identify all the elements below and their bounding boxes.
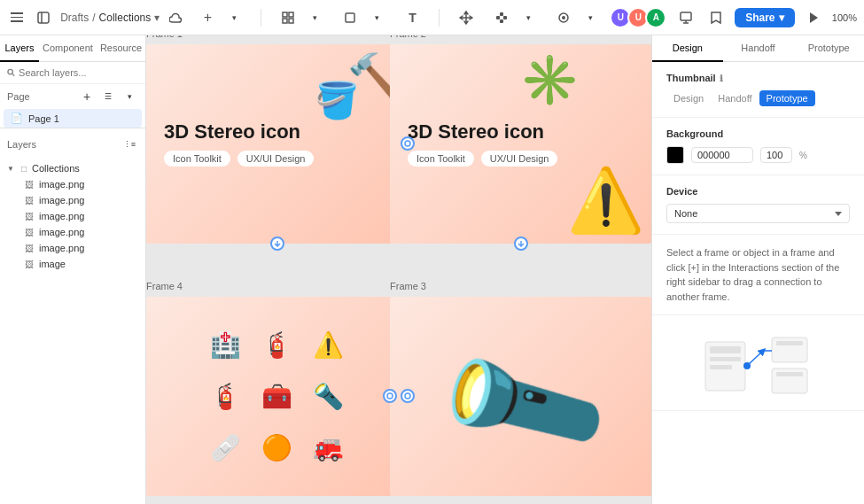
thumbnail-tabs: Design Handoff Prototype <box>666 90 850 106</box>
right-tab-prototype[interactable]: Prototype <box>793 35 864 61</box>
layer-item-label-2: image.png <box>39 195 84 205</box>
search-input[interactable] <box>19 67 138 78</box>
connector-right-4[interactable] <box>401 389 415 403</box>
layer-item-1[interactable]: 🖼 image.png <box>0 176 145 192</box>
layer-item-label-5: image.png <box>39 243 84 253</box>
thumb-tab-design[interactable]: Design <box>666 90 711 106</box>
add-dropdown[interactable]: ▾ <box>222 5 246 30</box>
menu-icon[interactable] <box>7 9 27 26</box>
frame4[interactable]: 🏥 🧯 ⚠️ 🧯 🧰 🔦 🩹 🟠 🚒 <box>146 297 408 496</box>
page-actions: + ☰ ▾ <box>78 88 138 105</box>
layer-item-label-4: image.png <box>39 227 84 237</box>
shape-dropdown[interactable]: ▾ <box>364 5 389 30</box>
play-button[interactable] <box>802 5 825 30</box>
plugin-tool[interactable] <box>551 5 576 30</box>
svg-rect-7 <box>500 12 503 16</box>
frame4-wrapper: Frame 4 🏥 🧯 ⚠️ 🧯 🧰 🔦 🩹 🟠 🚒 <box>146 297 408 496</box>
connector-left-3[interactable] <box>383 389 397 403</box>
svg-point-19 <box>405 393 410 399</box>
frame3[interactable]: 🔦 <box>390 297 651 496</box>
page-item-1[interactable]: 📄 Page 1 <box>4 109 142 128</box>
bg-color-swatch[interactable] <box>666 146 684 164</box>
search-icon <box>7 68 15 77</box>
move-tool[interactable] <box>454 5 479 30</box>
frame-tools: ▾ <box>276 5 327 30</box>
frame-tool[interactable] <box>276 5 300 30</box>
component-dropdown[interactable]: ▾ <box>516 5 541 30</box>
frame1[interactable]: 3D Stereo icon Icon Toolkit UX/UI Design… <box>146 44 408 244</box>
frame2-warning-icon: ⚠️ <box>567 164 644 236</box>
bg-hex-input[interactable] <box>691 147 753 163</box>
frame3-label: Frame 3 <box>390 281 426 291</box>
page-section-label: Page <box>7 91 30 102</box>
device-title: Device <box>666 186 850 197</box>
svg-rect-23 <box>710 357 741 361</box>
share-button[interactable]: Share ▾ <box>735 8 794 27</box>
icon-bandage: 🩹 <box>204 425 248 469</box>
text-tool[interactable]: T <box>400 5 424 30</box>
tab-resource[interactable]: Resource <box>97 35 145 61</box>
component-tool[interactable] <box>489 5 514 30</box>
tab-component[interactable]: Component <box>39 35 97 61</box>
icon-first-aid: 🧰 <box>255 374 300 418</box>
component-tools: ▾ <box>489 5 541 30</box>
svg-rect-22 <box>710 346 741 353</box>
connector-bottom-2[interactable] <box>514 236 528 251</box>
right-tab-design[interactable]: Design <box>652 35 723 62</box>
svg-point-18 <box>405 141 410 146</box>
page-view-toggle[interactable]: ☰ <box>99 88 117 105</box>
icon-flashlight-small: 🔦 <box>307 374 351 418</box>
icon-fire-ext-2: 🧯 <box>204 374 248 418</box>
bg-opacity-input[interactable] <box>760 147 792 163</box>
thumbnail-section: Thumbnail ℹ Design Handoff Prototype <box>652 62 864 118</box>
search-box <box>0 62 145 84</box>
frame3-wrapper: Frame 3 🔦 <box>390 297 651 496</box>
add-page-button[interactable]: + <box>78 88 96 105</box>
connector-right-1[interactable] <box>401 136 415 151</box>
layer-item-5[interactable]: 🖼 image.png <box>0 240 145 256</box>
thumb-tab-prototype[interactable]: Prototype <box>759 90 815 106</box>
background-title: Background <box>666 128 850 139</box>
present-icon[interactable] <box>673 5 697 30</box>
page-icon: 📄 <box>11 112 23 124</box>
collapse-icon[interactable] <box>32 5 55 30</box>
connector-bottom-1[interactable] <box>270 236 284 251</box>
tab-layers[interactable]: Layers <box>0 35 39 62</box>
layer-item-label-3: image.png <box>39 211 84 221</box>
prototype-diagram-section <box>652 315 864 411</box>
device-select[interactable]: None <box>666 204 850 223</box>
image-icon-6: 🖼 <box>25 260 34 269</box>
frame1-label: Frame 1 <box>146 35 183 39</box>
page-dropdown[interactable]: ▾ <box>121 88 138 105</box>
layer-item-2[interactable]: 🖼 image.png <box>0 192 145 208</box>
canvas[interactable]: Frame 1 3D Stereo icon Icon Toolkit UX/U… <box>146 35 651 504</box>
shape-tool[interactable] <box>338 5 362 30</box>
plugin-tools: ▾ <box>551 5 603 30</box>
layer-item-4[interactable]: 🖼 image.png <box>0 224 145 240</box>
page-item-label: Page 1 <box>28 113 59 124</box>
image-icon-2: 🖼 <box>25 196 34 205</box>
frame-dropdown[interactable]: ▾ <box>302 5 327 30</box>
layer-item-3[interactable]: 🖼 image.png <box>0 208 145 224</box>
layer-item-6[interactable]: 🖼 image <box>0 256 145 272</box>
bg-row: % <box>666 146 850 164</box>
layers-label: Layers <box>7 139 36 150</box>
add-tools: + ▾ <box>195 5 246 30</box>
plugin-dropdown[interactable]: ▾ <box>578 5 603 30</box>
cloud-icon[interactable] <box>165 5 188 30</box>
avatar-group: U U A <box>610 7 666 28</box>
layers-options[interactable]: ⋮≡ <box>121 136 138 153</box>
bookmark-icon[interactable] <box>704 5 728 30</box>
thumbnail-title: Thumbnail ℹ <box>666 73 850 83</box>
thumb-tab-handoff[interactable]: Handoff <box>711 90 759 106</box>
svg-rect-5 <box>289 19 293 23</box>
right-tab-handoff[interactable]: Handoff <box>723 35 794 61</box>
add-button[interactable]: + <box>195 5 220 30</box>
zoom-level: 100% <box>832 12 857 23</box>
frame2[interactable]: 3D Stereo icon Icon Toolkit UX/UI Design… <box>390 44 651 244</box>
svg-rect-24 <box>710 365 732 369</box>
svg-rect-28 <box>776 372 803 376</box>
layer-collections-label: Collections <box>32 163 80 174</box>
device-section: Device None <box>652 175 864 235</box>
layer-collections[interactable]: ▼ □ Collections <box>0 160 145 176</box>
